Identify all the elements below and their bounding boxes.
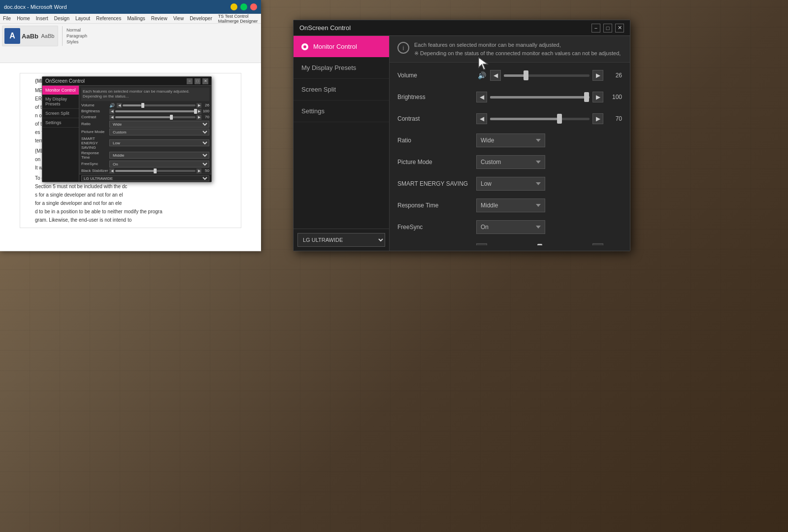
energy-saving-dropdown[interactable]: Off Low High [476,177,545,191]
menu-insert[interactable]: Insert [36,16,48,21]
volume-value: 26 [606,72,622,79]
black-stabilizer-dec-button[interactable]: ◀ [476,243,487,245]
small-brightness-track[interactable] [115,110,196,112]
ratio-row: Ratio Wide Original 1:1 4:3 [397,133,622,148]
small-volume-inc[interactable]: ▶ [197,103,201,108]
small-picture-mode-row: Picture Mode Custom [81,129,209,135]
monitor-radio-icon [301,43,308,50]
volume-track[interactable] [504,74,590,77]
speaker-icon: 🔊 [476,70,487,81]
small-close-button[interactable]: ✕ [202,78,208,84]
word-title: doc.docx - Microsoft Word [4,4,67,10]
menu-ts[interactable]: TS Test Control Mailmerge Designer [218,14,258,24]
small-energy-row: SMART ENERGY SAVING Low [81,136,209,150]
controls-area: Volume 🔊 ◀ ▶ 26 Brightness [390,63,630,245]
info-icon: i [397,42,409,54]
response-time-row: Response Time Normal Fast Faster Middle [397,198,622,213]
main-osc-content: i Each features on selected monitor can … [390,36,630,251]
small-speaker-icon: 🔊 [109,103,115,108]
word-maximize[interactable] [240,3,247,10]
small-brightness-inc[interactable]: ▶ [197,109,201,114]
small-sidebar-display-presets[interactable]: My Display Presets [42,95,79,109]
small-sidebar-monitor-control[interactable]: Monitor Control [42,86,79,95]
energy-saving-row: SMART ENERGY SAVING Off Low High [397,176,622,192]
main-osc-title: OnScreen Control [299,24,351,32]
freesync-row: FreeSync Off On [397,219,622,235]
small-freesync-row: FreeSync On [81,161,209,167]
word-ribbon: A AaBb AaBb Normal Paragraph Styles [0,24,261,63]
small-picture-mode-select[interactable]: Custom [109,129,209,135]
main-maximize-button[interactable]: □ [603,24,612,33]
monitor-dropdown[interactable]: LG ULTRAWIDE [297,233,385,247]
picture-mode-row: Picture Mode Custom Standard Cinema Game… [397,154,622,170]
info-text: Each features on selected monitor can be… [414,41,621,57]
small-volume-track[interactable] [123,104,196,106]
small-black-stabilizer-inc[interactable]: ▶ [197,168,201,173]
small-osc-titlebar: OnScreen Control − □ ✕ [42,77,211,86]
menu-home[interactable]: Home [17,16,30,21]
word-titlebar: doc.docx - Microsoft Word [0,0,261,14]
volume-dec-button[interactable]: ◀ [490,70,501,81]
brightness-track[interactable] [490,96,590,99]
ratio-dropdown[interactable]: Wide Original 1:1 4:3 [476,133,545,147]
small-energy-select[interactable]: Low [109,139,209,146]
small-black-stabilizer-dec[interactable]: ◀ [109,168,114,173]
menu-file[interactable]: File [3,16,11,21]
contrast-value: 70 [606,115,622,122]
small-contrast-track[interactable] [115,116,196,118]
small-monitor-select[interactable]: LG ULTRAWIDE [81,175,209,181]
small-contrast-dec[interactable]: ◀ [109,115,114,120]
menu-developer[interactable]: Developer [190,16,212,21]
main-sidebar-monitor-control[interactable]: Monitor Control [294,36,389,57]
main-sidebar-settings[interactable]: Settings [294,100,389,122]
main-sidebar-screen-split[interactable]: Screen Split [294,79,389,100]
black-stabilizer-inc-button[interactable]: ▶ [592,243,603,245]
small-freesync-select[interactable]: On [109,161,209,167]
small-volume-dec[interactable]: ◀ [117,103,122,108]
picture-mode-label: Picture Mode [397,159,476,166]
word-close[interactable] [250,3,257,10]
main-minimize-button[interactable]: − [591,24,600,33]
response-time-label: Response Time [397,202,476,209]
small-response-select[interactable]: Middle [109,152,209,159]
monitor-selector-area: LG ULTRAWIDE [294,229,389,251]
small-ratio-row: Ratio Wide [81,121,209,128]
contrast-label: Contrast [397,115,476,122]
main-sidebar-display-presets[interactable]: My Display Presets [294,57,389,79]
menu-references[interactable]: References [96,16,121,21]
small-osc-title: OnScreen Control [45,78,85,84]
menu-mailings[interactable]: Mailings [127,16,145,21]
small-minimize-button[interactable]: − [187,78,193,84]
main-close-button[interactable]: ✕ [615,24,624,33]
picture-mode-dropdown[interactable]: Custom Standard Cinema Game Photo [476,155,545,169]
black-stabilizer-row: Black Stabilizer ◀ ▶ 50 [397,241,622,245]
brightness-value: 100 [606,94,622,100]
menu-view[interactable]: View [173,16,184,21]
small-ratio-select[interactable]: Wide [109,121,209,128]
brightness-dec-button[interactable]: ◀ [476,92,487,102]
small-maximize-button[interactable]: □ [195,78,200,84]
menu-layout[interactable]: Layout [75,16,90,21]
response-time-dropdown[interactable]: Normal Fast Faster Middle [476,199,545,212]
contrast-inc-button[interactable]: ▶ [592,113,603,124]
small-black-stabilizer-track[interactable] [115,170,196,172]
volume-inc-button[interactable]: ▶ [592,70,603,81]
ratio-label: Ratio [397,137,476,144]
small-sidebar-screen-split[interactable]: Screen Split [42,109,79,118]
brightness-inc-button[interactable]: ▶ [592,92,603,102]
main-osc-window: OnScreen Control − □ ✕ Monitor Control M… [293,20,630,251]
freesync-label: FreeSync [397,224,476,231]
small-sidebar-settings[interactable]: Settings [42,118,79,128]
energy-saving-label: SMART ENERGY SAVING [397,180,476,187]
word-minimize[interactable] [230,3,237,10]
small-contrast-row: Contrast ◀ ▶ 70 [81,115,209,120]
volume-label: Volume [397,72,476,79]
contrast-track[interactable] [490,118,590,120]
menu-design[interactable]: Design [54,16,69,21]
small-brightness-dec[interactable]: ◀ [109,109,114,114]
freesync-dropdown[interactable]: Off On [476,220,545,234]
menu-review[interactable]: Review [151,16,167,21]
small-contrast-inc[interactable]: ▶ [197,115,201,120]
volume-row: Volume 🔊 ◀ ▶ 26 [397,67,622,83]
contrast-dec-button[interactable]: ◀ [476,113,487,124]
